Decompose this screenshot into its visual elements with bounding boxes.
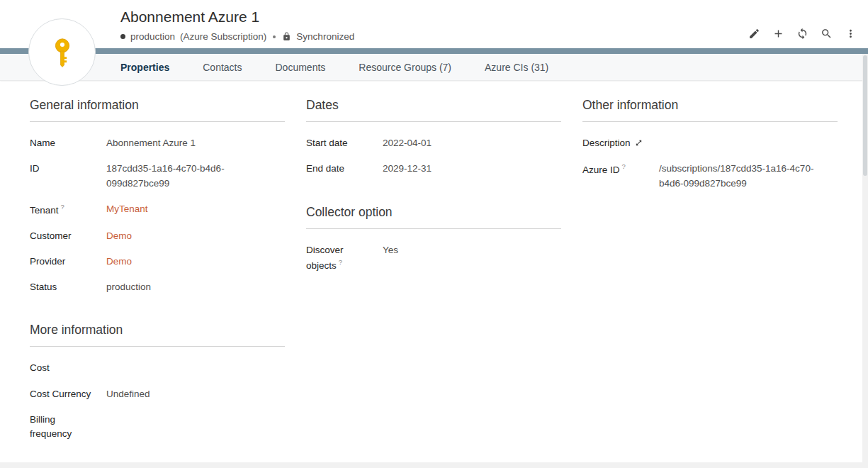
refresh-icon[interactable] — [796, 27, 808, 40]
field-value: Undefined — [106, 387, 285, 401]
field-label: ID — [30, 162, 106, 191]
field-label: Provider — [30, 255, 106, 269]
column-2: Dates Start date 2022-04-01 End date 202… — [306, 98, 561, 468]
field-label: Cost Currency — [30, 387, 106, 401]
field-value — [106, 413, 285, 442]
field-label: Start date — [306, 136, 383, 150]
field-tenant: Tenant? MyTenant — [30, 202, 285, 218]
field-value: MyTenant — [106, 202, 285, 218]
vertical-scrollbar[interactable] — [862, 54, 868, 462]
object-icon-circle — [28, 18, 96, 86]
section-title: Collector option — [306, 205, 561, 229]
field-value: Demo — [106, 255, 285, 269]
status-text: production — [130, 31, 175, 42]
field-value: production — [106, 280, 285, 294]
help-icon[interactable]: ? — [339, 258, 342, 266]
column-1: General information Name Abonnement Azur… — [30, 98, 285, 468]
field-value: 2022-04-01 — [383, 136, 561, 150]
search-icon[interactable] — [820, 27, 833, 40]
section-title: General information — [30, 98, 285, 122]
section-general-information: General information Name Abonnement Azur… — [30, 98, 285, 294]
section-title: Dates — [306, 98, 561, 122]
label-text: Start date — [306, 138, 348, 148]
tab-azure-cis[interactable]: Azure CIs (31) — [485, 62, 548, 73]
field-label: Cost — [30, 361, 106, 375]
lock-icon — [282, 32, 291, 41]
class-name-text: (Azure Subscription) — [180, 31, 266, 42]
object-subtitle: production (Azure Subscription) Synchron… — [120, 31, 354, 42]
header-divider — [0, 48, 868, 54]
label-text: Provider — [30, 256, 65, 267]
add-icon[interactable] — [772, 27, 784, 40]
section-dates: Dates Start date 2022-04-01 End date 202… — [306, 98, 561, 177]
provider-link[interactable]: Demo — [106, 256, 132, 267]
field-name: Name Abonnement Azure 1 — [30, 136, 285, 150]
key-icon — [46, 36, 79, 69]
vertical-scrollbar-thumb[interactable] — [863, 55, 867, 176]
field-value: 187cdd35-1a16-4c70-b4d6-099d827bce99 — [106, 162, 285, 191]
section-title: Other information — [582, 98, 838, 122]
field-value: 2029-12-31 — [383, 162, 561, 176]
section-more-information: More information Cost Cost Currency Unde… — [30, 323, 285, 441]
label-text: Discover objects — [306, 245, 344, 271]
label-text: End date — [306, 163, 344, 174]
more-menu-icon[interactable] — [844, 27, 857, 40]
field-cost: Cost — [30, 361, 285, 375]
sync-label: Synchronized — [296, 31, 354, 42]
help-icon[interactable]: ? — [61, 203, 64, 211]
field-start-date: Start date 2022-04-01 — [306, 136, 561, 150]
label-text: Status — [30, 282, 57, 292]
field-provider: Provider Demo — [30, 255, 285, 269]
field-value: /subscriptions/187cdd35-1a16-4c70-b4d6-0… — [659, 162, 838, 191]
label-text: Cost Currency — [30, 389, 91, 399]
field-value — [106, 361, 285, 375]
status-dot-icon — [120, 34, 125, 39]
section-other-information: Other information Description Azure ID? … — [582, 98, 838, 191]
field-value: Abonnement Azure 1 — [106, 136, 285, 150]
field-discover-objects: Discover objects? Yes — [306, 243, 561, 273]
field-value: Yes — [383, 243, 561, 273]
field-id: ID 187cdd35-1a16-4c70-b4d6-099d827bce99 — [30, 162, 285, 191]
field-label: Status — [30, 280, 106, 294]
field-label: Customer — [30, 229, 106, 243]
tab-documents[interactable]: Documents — [276, 62, 326, 73]
help-icon[interactable]: ? — [622, 162, 626, 170]
column-3: Other information Description Azure ID? … — [582, 98, 838, 468]
label-text: Cost — [30, 362, 50, 373]
field-label: End date — [306, 162, 383, 176]
field-label: Azure ID? — [582, 162, 659, 191]
field-label: Discover objects? — [306, 243, 383, 273]
label-text: Billing frequency — [30, 414, 72, 439]
field-status: Status production — [30, 280, 285, 294]
field-billing-frequency: Billing frequency — [30, 413, 285, 442]
field-end-date: End date 2029-12-31 — [306, 162, 561, 176]
tab-contacts[interactable]: Contacts — [203, 62, 242, 73]
tenant-link[interactable]: MyTenant — [106, 204, 148, 214]
label-text: Tenant — [30, 204, 59, 215]
section-collector-option: Collector option Discover objects? Yes — [306, 205, 561, 273]
field-value — [659, 136, 838, 150]
field-customer: Customer Demo — [30, 229, 285, 243]
field-cost-currency: Cost Currency Undefined — [30, 387, 285, 401]
field-label: Billing frequency — [30, 413, 106, 442]
section-title: More information — [30, 323, 285, 347]
field-label: Tenant? — [30, 202, 106, 218]
page-title: Abonnement Azure 1 — [120, 9, 259, 26]
tab-properties[interactable]: Properties — [120, 62, 169, 73]
tab-bar: Properties Contacts Documents Resource G… — [0, 54, 868, 81]
label-text: Customer — [30, 230, 72, 241]
field-azure-id: Azure ID? /subscriptions/187cdd35-1a16-4… — [582, 162, 838, 191]
tab-resource-groups[interactable]: Resource Groups (7) — [359, 62, 451, 73]
customer-link[interactable]: Demo — [106, 230, 132, 241]
field-value: Demo — [106, 229, 285, 243]
field-label: Name — [30, 136, 106, 150]
label-text: Description — [582, 138, 631, 148]
horizontal-scrollbar[interactable] — [0, 462, 868, 468]
label-text: Name — [30, 138, 55, 148]
expand-icon[interactable] — [635, 136, 643, 150]
edit-icon[interactable] — [748, 27, 760, 40]
field-description: Description — [582, 136, 838, 150]
separator-dot-icon — [273, 35, 276, 38]
label-text: Azure ID — [582, 165, 620, 175]
page-header: Abonnement Azure 1 production (Azure Sub… — [0, 0, 868, 48]
